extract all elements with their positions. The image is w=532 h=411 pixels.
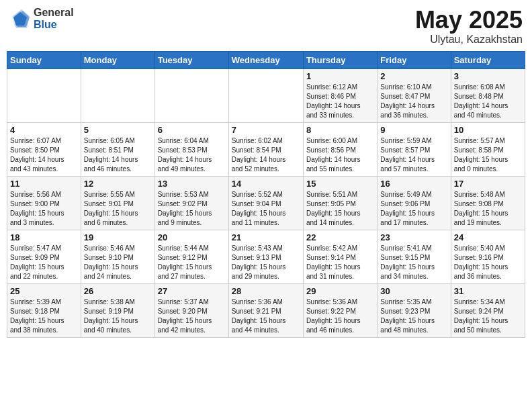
day-number: 4 <box>10 125 78 135</box>
calendar-cell: 30Sunrise: 5:35 AM Sunset: 9:23 PM Dayli… <box>378 283 451 337</box>
day-number: 2 <box>380 71 447 81</box>
day-info: Sunrise: 5:53 AM Sunset: 9:02 PM Dayligh… <box>158 190 226 228</box>
day-number: 10 <box>454 125 522 135</box>
calendar-cell: 9Sunrise: 5:59 AM Sunset: 8:57 PM Daylig… <box>378 122 451 176</box>
col-header-wednesday: Wednesday <box>228 51 303 68</box>
day-info: Sunrise: 5:52 AM Sunset: 9:04 PM Dayligh… <box>232 190 300 228</box>
day-number: 24 <box>454 232 522 242</box>
logo-text: General Blue <box>34 7 74 30</box>
calendar-cell: 21Sunrise: 5:43 AM Sunset: 9:13 PM Dayli… <box>228 230 303 283</box>
calendar-header-row: SundayMondayTuesdayWednesdayThursdayFrid… <box>7 51 525 68</box>
calendar-cell: 15Sunrise: 5:51 AM Sunset: 9:05 PM Dayli… <box>303 176 377 230</box>
calendar-cell: 29Sunrise: 5:36 AM Sunset: 9:22 PM Dayli… <box>303 283 377 337</box>
day-number: 29 <box>306 286 374 296</box>
day-info: Sunrise: 5:56 AM Sunset: 9:00 PM Dayligh… <box>10 190 78 228</box>
calendar-week-2: 4Sunrise: 6:07 AM Sunset: 8:50 PM Daylig… <box>7 122 525 176</box>
day-number: 7 <box>232 125 300 135</box>
calendar-cell: 28Sunrise: 5:36 AM Sunset: 9:21 PM Dayli… <box>228 283 303 337</box>
day-number: 18 <box>10 232 78 242</box>
day-info: Sunrise: 5:51 AM Sunset: 9:05 PM Dayligh… <box>306 190 374 228</box>
calendar-cell: 27Sunrise: 5:37 AM Sunset: 9:20 PM Dayli… <box>154 283 228 337</box>
logo-general-text: General <box>34 7 74 19</box>
day-number: 25 <box>10 286 78 296</box>
day-info: Sunrise: 5:37 AM Sunset: 9:20 PM Dayligh… <box>158 298 226 335</box>
calendar-cell: 4Sunrise: 6:07 AM Sunset: 8:50 PM Daylig… <box>7 122 81 176</box>
day-number: 15 <box>306 179 374 189</box>
calendar-cell: 12Sunrise: 5:55 AM Sunset: 9:01 PM Dayli… <box>81 176 154 230</box>
day-info: Sunrise: 5:57 AM Sunset: 8:58 PM Dayligh… <box>454 136 522 174</box>
calendar-cell: 31Sunrise: 5:34 AM Sunset: 9:24 PM Dayli… <box>451 283 525 337</box>
day-info: Sunrise: 5:47 AM Sunset: 9:09 PM Dayligh… <box>10 244 78 281</box>
col-header-friday: Friday <box>378 51 451 68</box>
day-number: 11 <box>10 179 78 189</box>
logo-blue-text: Blue <box>34 19 74 31</box>
day-info: Sunrise: 5:39 AM Sunset: 9:18 PM Dayligh… <box>10 298 78 335</box>
calendar-cell <box>7 68 81 122</box>
day-info: Sunrise: 6:00 AM Sunset: 8:56 PM Dayligh… <box>306 136 374 174</box>
day-info: Sunrise: 5:55 AM Sunset: 9:01 PM Dayligh… <box>84 190 152 228</box>
day-number: 14 <box>232 179 300 189</box>
calendar-week-3: 11Sunrise: 5:56 AM Sunset: 9:00 PM Dayli… <box>7 176 525 230</box>
day-info: Sunrise: 5:42 AM Sunset: 9:14 PM Dayligh… <box>306 244 374 281</box>
calendar-cell: 3Sunrise: 6:08 AM Sunset: 8:48 PM Daylig… <box>451 68 525 122</box>
day-info: Sunrise: 5:36 AM Sunset: 9:22 PM Dayligh… <box>306 298 374 335</box>
day-info: Sunrise: 5:59 AM Sunset: 8:57 PM Dayligh… <box>380 136 447 174</box>
col-header-thursday: Thursday <box>303 51 377 68</box>
calendar-cell: 2Sunrise: 6:10 AM Sunset: 8:47 PM Daylig… <box>378 68 451 122</box>
calendar-cell: 20Sunrise: 5:44 AM Sunset: 9:12 PM Dayli… <box>154 230 228 283</box>
day-info: Sunrise: 5:34 AM Sunset: 9:24 PM Dayligh… <box>454 298 522 335</box>
calendar-week-1: 1Sunrise: 6:12 AM Sunset: 8:46 PM Daylig… <box>7 68 525 122</box>
calendar-cell: 25Sunrise: 5:39 AM Sunset: 9:18 PM Dayli… <box>7 283 81 337</box>
day-number: 13 <box>158 179 226 189</box>
calendar-week-5: 25Sunrise: 5:39 AM Sunset: 9:18 PM Dayli… <box>7 283 525 337</box>
day-number: 6 <box>158 125 226 135</box>
day-info: Sunrise: 5:40 AM Sunset: 9:16 PM Dayligh… <box>454 244 522 281</box>
month-title: May 2025 <box>415 7 523 34</box>
col-header-saturday: Saturday <box>451 51 525 68</box>
day-number: 30 <box>380 286 447 296</box>
day-number: 21 <box>232 232 300 242</box>
day-number: 31 <box>454 286 522 296</box>
calendar-cell: 11Sunrise: 5:56 AM Sunset: 9:00 PM Dayli… <box>7 176 81 230</box>
calendar-cell: 26Sunrise: 5:38 AM Sunset: 9:19 PM Dayli… <box>81 283 154 337</box>
calendar-cell: 13Sunrise: 5:53 AM Sunset: 9:02 PM Dayli… <box>154 176 228 230</box>
day-number: 12 <box>84 179 152 189</box>
calendar-cell: 17Sunrise: 5:48 AM Sunset: 9:08 PM Dayli… <box>451 176 525 230</box>
calendar-cell: 10Sunrise: 5:57 AM Sunset: 8:58 PM Dayli… <box>451 122 525 176</box>
calendar-cell: 16Sunrise: 5:49 AM Sunset: 9:06 PM Dayli… <box>378 176 451 230</box>
day-info: Sunrise: 6:05 AM Sunset: 8:51 PM Dayligh… <box>84 136 152 174</box>
logo: General Blue <box>9 7 74 30</box>
day-number: 8 <box>306 125 374 135</box>
calendar-week-4: 18Sunrise: 5:47 AM Sunset: 9:09 PM Dayli… <box>7 230 525 283</box>
day-number: 9 <box>380 125 447 135</box>
day-info: Sunrise: 5:44 AM Sunset: 9:12 PM Dayligh… <box>158 244 226 281</box>
calendar-cell <box>228 68 303 122</box>
day-number: 23 <box>380 232 447 242</box>
day-number: 27 <box>158 286 226 296</box>
title-area: May 2025 Ulytau, Kazakhstan <box>415 7 523 46</box>
day-number: 16 <box>380 179 447 189</box>
day-info: Sunrise: 5:43 AM Sunset: 9:13 PM Dayligh… <box>232 244 300 281</box>
day-info: Sunrise: 6:12 AM Sunset: 8:46 PM Dayligh… <box>306 83 374 120</box>
day-number: 19 <box>84 232 152 242</box>
location: Ulytau, Kazakhstan <box>415 34 523 46</box>
calendar-cell: 7Sunrise: 6:02 AM Sunset: 8:54 PM Daylig… <box>228 122 303 176</box>
calendar-cell <box>154 68 228 122</box>
col-header-monday: Monday <box>81 51 154 68</box>
calendar-cell: 19Sunrise: 5:46 AM Sunset: 9:10 PM Dayli… <box>81 230 154 283</box>
day-number: 3 <box>454 71 522 81</box>
day-number: 5 <box>84 125 152 135</box>
day-info: Sunrise: 6:08 AM Sunset: 8:48 PM Dayligh… <box>454 83 522 120</box>
day-info: Sunrise: 6:02 AM Sunset: 8:54 PM Dayligh… <box>232 136 300 174</box>
day-info: Sunrise: 5:36 AM Sunset: 9:21 PM Dayligh… <box>232 298 300 335</box>
day-number: 22 <box>306 232 374 242</box>
calendar-cell: 1Sunrise: 6:12 AM Sunset: 8:46 PM Daylig… <box>303 68 377 122</box>
day-info: Sunrise: 6:04 AM Sunset: 8:53 PM Dayligh… <box>158 136 226 174</box>
day-info: Sunrise: 5:41 AM Sunset: 9:15 PM Dayligh… <box>380 244 447 281</box>
logo-icon <box>9 8 31 30</box>
calendar-cell <box>81 68 154 122</box>
calendar-cell: 5Sunrise: 6:05 AM Sunset: 8:51 PM Daylig… <box>81 122 154 176</box>
day-number: 1 <box>306 71 374 81</box>
day-info: Sunrise: 5:46 AM Sunset: 9:10 PM Dayligh… <box>84 244 152 281</box>
day-number: 26 <box>84 286 152 296</box>
